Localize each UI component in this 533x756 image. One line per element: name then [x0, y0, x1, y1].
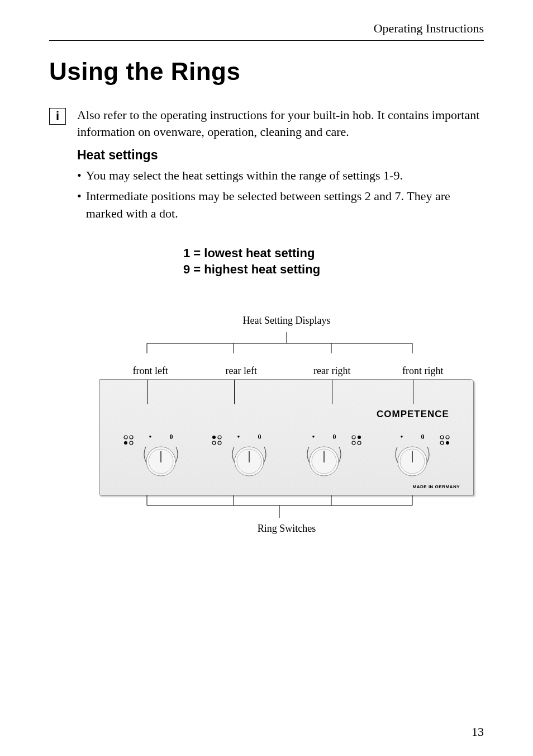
position-labels: front left rear left rear right front ri…: [99, 365, 474, 377]
page-title: Using the Rings: [49, 58, 484, 86]
svg-point-33: [446, 441, 449, 445]
knob-front-right: • 0: [387, 433, 451, 481]
knob-rear-left: • 0: [211, 433, 274, 481]
svg-point-31: [446, 436, 449, 439]
heat-settings-list: You may select the heat settings within …: [77, 167, 484, 222]
bracket-bottom: [99, 495, 474, 521]
label-front-right: front right: [378, 365, 469, 377]
svg-point-7: [130, 436, 133, 439]
info-icon: i: [49, 108, 66, 125]
legend-low: 1 = lowest heat setting: [183, 245, 484, 262]
bracket-top: [99, 329, 474, 365]
knob-icon: [141, 440, 180, 479]
knob-icon: [304, 440, 344, 479]
knob-icon: [393, 440, 432, 479]
label-front-left: front left: [105, 365, 196, 377]
list-item: You may select the heat settings within …: [77, 167, 484, 185]
svg-point-26: [358, 441, 361, 445]
info-note: i Also refer to the operating instructio…: [49, 107, 484, 140]
svg-point-6: [124, 436, 127, 439]
label-rear-left: rear left: [196, 365, 287, 377]
svg-point-32: [440, 441, 444, 445]
info-text: Also refer to the operating instructions…: [77, 107, 484, 140]
ring-indicator-icon: [350, 433, 363, 446]
svg-point-30: [440, 436, 444, 439]
svg-point-25: [352, 441, 355, 445]
ring-indicator-icon: [439, 433, 451, 446]
list-item: Intermediate positions may be selected b…: [77, 188, 484, 223]
label-rear-right: rear right: [287, 365, 378, 377]
svg-point-9: [130, 441, 133, 445]
svg-point-24: [358, 436, 361, 439]
diagram: Heat Setting Displays front left rear le…: [99, 315, 474, 535]
legend-high: 9 = highest heat setting: [183, 261, 484, 278]
header-section: Operating Instructions: [49, 21, 484, 41]
heat-legend: 1 = lowest heat setting 9 = highest heat…: [183, 245, 484, 278]
svg-point-14: [218, 436, 221, 439]
diagram-top-label: Heat Setting Displays: [99, 315, 474, 327]
diagram-bottom-label: Ring Switches: [99, 523, 474, 535]
knob-rear-right: • 0: [299, 433, 363, 481]
svg-point-16: [218, 441, 221, 445]
knob-icon: [230, 440, 269, 479]
knob-front-left: • 0: [122, 433, 186, 481]
heat-settings-heading: Heat settings: [77, 148, 484, 163]
page-number: 13: [472, 725, 484, 739]
svg-point-8: [124, 441, 127, 445]
control-panel: COMPETENCE • 0: [99, 379, 474, 495]
svg-point-15: [212, 441, 216, 445]
svg-point-23: [352, 436, 355, 439]
info-icon-glyph: i: [56, 109, 59, 124]
brand-label: COMPETENCE: [377, 409, 449, 420]
svg-point-13: [212, 436, 216, 439]
ring-indicator-icon: [122, 433, 135, 446]
ring-indicator-icon: [211, 433, 223, 446]
made-in-label: MADE IN GERMANY: [413, 484, 460, 489]
